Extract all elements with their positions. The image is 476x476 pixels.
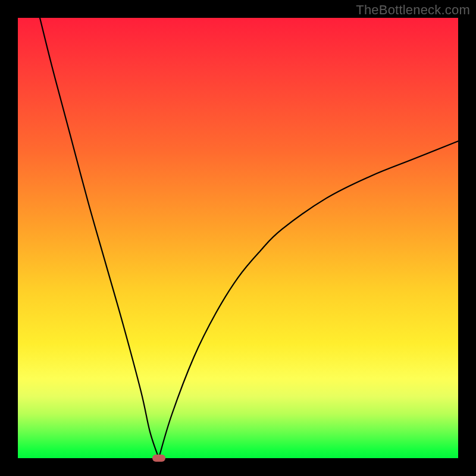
curve-right-branch xyxy=(159,141,458,458)
curve-left-branch xyxy=(40,18,159,458)
optimal-point-marker xyxy=(152,455,165,462)
chart-frame: TheBottleneck.com xyxy=(0,0,476,476)
bottleneck-curve xyxy=(18,18,458,458)
watermark-text: TheBottleneck.com xyxy=(356,2,470,18)
plot-area xyxy=(18,18,458,458)
